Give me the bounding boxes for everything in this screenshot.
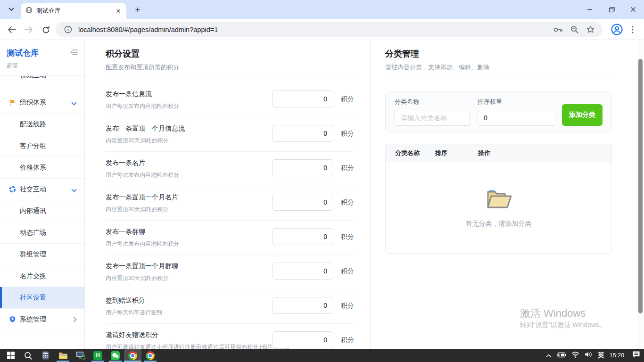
url-text[interactable]: localhost:8080/#/pages/admin/admin?appid… xyxy=(78,26,218,33)
clock[interactable]: 15:20 xyxy=(610,352,624,359)
points-row: 发布一条群聊用户每次发布内容消耗的积分积分 xyxy=(106,221,354,255)
sidebar-item-label: 动态广场 xyxy=(20,229,46,237)
window-restore-button[interactable] xyxy=(601,0,622,19)
category-table: 分类名称 排序 操作 暂无分类，请添加分类 xyxy=(385,144,612,254)
points-unit-label: 积分 xyxy=(341,336,354,345)
taskbar-search-icon[interactable] xyxy=(19,349,37,362)
sidebar-item-label: 价格体系 xyxy=(20,164,46,172)
user-role: 超管 xyxy=(7,62,78,70)
points-value-input[interactable] xyxy=(272,90,333,107)
points-title: 积分设置 xyxy=(106,48,354,59)
points-value-input[interactable] xyxy=(272,263,333,280)
wifi-icon[interactable] xyxy=(571,351,579,360)
ime-indicator[interactable]: 英 xyxy=(598,351,604,360)
points-unit-label: 积分 xyxy=(341,164,354,173)
sort-weight-input[interactable] xyxy=(478,110,555,126)
taskbar-file-explorer-icon[interactable] xyxy=(54,349,72,362)
sidebar-item-label: 客户分组 xyxy=(20,142,46,150)
site-info-icon[interactable] xyxy=(62,24,74,35)
taskbar-remote-desktop-icon[interactable] xyxy=(72,349,89,362)
chevron-down-icon xyxy=(71,100,76,105)
sidebar-item-customer-groups[interactable]: 客户分组 xyxy=(0,135,84,157)
sidebar-clipped-item[interactable]: 视频互动 xyxy=(0,76,84,92)
points-row: 发布一条置顶一个月信息流内容置顶30天消耗的积分积分 xyxy=(106,117,354,152)
sidebar-item-org-system[interactable]: 组织体系 xyxy=(0,92,84,114)
add-category-button[interactable]: 添加分类 xyxy=(562,104,603,126)
points-value-input[interactable] xyxy=(272,228,333,245)
forward-arrow-icon[interactable] xyxy=(23,24,35,36)
taskbar-wechat-icon[interactable] xyxy=(107,349,124,362)
points-unit-label: 积分 xyxy=(341,267,354,276)
taskbar-hbuilder-icon[interactable]: H xyxy=(89,349,107,362)
taskbar-calculator-icon[interactable] xyxy=(37,349,54,362)
browser-tab[interactable]: 测试仓库 ✕ xyxy=(21,3,126,19)
bookmark-star-icon[interactable] xyxy=(585,24,596,35)
sidebar-item-internal-messaging[interactable]: 内部通讯 xyxy=(0,200,84,222)
sidebar-item-social-interaction[interactable]: 社交互动 xyxy=(0,179,84,200)
windows-activation-hint: 转到“设置”以激活 Windows。 xyxy=(520,321,606,329)
sidebar-item-community-settings[interactable]: 社区设置 xyxy=(0,287,84,309)
tab-close-icon[interactable]: ✕ xyxy=(114,7,123,15)
tab-search-chevron-icon[interactable] xyxy=(5,4,18,15)
globe-favicon-icon xyxy=(25,7,33,16)
add-category-form: 分类名称 排序权重 添加分类 xyxy=(385,91,612,132)
battery-charging-icon[interactable] xyxy=(557,351,566,360)
col-category-name: 分类名称 xyxy=(395,149,435,157)
col-actions: 操作 xyxy=(478,149,611,157)
category-name-input[interactable] xyxy=(395,110,470,126)
open-folder-icon xyxy=(485,188,512,212)
windows-activation-watermark: 激活 Windows xyxy=(520,306,586,321)
window-minimize-button[interactable] xyxy=(579,0,601,19)
address-bar[interactable]: localhost:8080/#/pages/admin/admin?appid… xyxy=(56,22,603,37)
profile-avatar-icon[interactable] xyxy=(611,23,623,36)
col-sort: 排序 xyxy=(435,149,478,157)
sidebar-item-price-system[interactable]: 价格体系 xyxy=(0,157,84,179)
category-table-header: 分类名称 排序 操作 xyxy=(386,144,611,162)
points-value-input[interactable] xyxy=(272,331,333,348)
sidebar-item-label: 名片交换 xyxy=(20,272,46,280)
points-settings-panel: 积分设置 配置发布和置顶所需的积分 发布一条信息流用户每次发布内容消耗的积分积分… xyxy=(94,40,365,349)
tray-expand-chevron-icon[interactable] xyxy=(546,351,552,360)
sidebar-item-system-management[interactable]: 系统管理 xyxy=(0,309,84,330)
social-icon xyxy=(8,186,16,193)
shield-icon xyxy=(8,316,16,323)
points-unit-label: 积分 xyxy=(341,233,354,241)
points-row: 发布一条名片用户每次发布内容消耗的积分积分 xyxy=(106,152,354,186)
volume-icon[interactable] xyxy=(585,351,593,360)
points-subtitle: 配置发布和置顶所需的积分 xyxy=(106,63,354,72)
admin-page: 测试仓库 超管 视频互动 组织体系配送线路客户分组价格体系社交互动内部通讯动态广… xyxy=(0,40,644,349)
sidebar-menu: 组织体系配送线路客户分组价格体系社交互动内部通讯动态广场群组管理名片交换社区设置… xyxy=(0,92,84,330)
divider xyxy=(385,79,612,79)
points-unit-label: 积分 xyxy=(341,130,354,138)
sidebar-item-delivery-routes[interactable]: 配送线路 xyxy=(0,114,84,135)
sidebar-item-label: 组织体系 xyxy=(20,99,46,107)
screen: 测试仓库 ✕ + lo xyxy=(0,0,644,362)
sidebar-item-card-exchange[interactable]: 名片交换 xyxy=(0,265,84,287)
notification-icon[interactable] xyxy=(632,351,640,360)
sidebar-item-group-management[interactable]: 群组管理 xyxy=(0,244,84,265)
sidebar-item-feed-plaza[interactable]: 动态广场 xyxy=(0,222,84,244)
windows-start-button[interactable] xyxy=(2,349,19,362)
password-key-icon[interactable] xyxy=(553,24,564,35)
taskbar-chrome-icon[interactable] xyxy=(141,349,159,362)
sidebar-collapse-icon[interactable] xyxy=(70,49,78,58)
sidebar-item-label: 社交互动 xyxy=(20,185,46,194)
reload-icon[interactable] xyxy=(40,24,52,36)
new-tab-button[interactable]: + xyxy=(132,4,143,16)
scrollbar-thumb[interactable] xyxy=(638,59,643,313)
back-arrow-icon[interactable] xyxy=(6,24,18,36)
taskbar-chrome-active-icon[interactable] xyxy=(124,349,141,362)
flag-icon xyxy=(8,99,16,107)
menu-dots-icon[interactable] xyxy=(627,24,638,36)
chevron-down-icon xyxy=(71,187,76,192)
points-row: 发布一条置顶一个月群聊内容置顶30天消耗的积分积分 xyxy=(106,255,354,289)
points-row: 发布一条信息流用户每次发布内容消耗的积分积分 xyxy=(106,83,354,117)
window-close-button[interactable] xyxy=(622,0,644,19)
windows-taskbar: H 英 15:20 xyxy=(0,349,644,362)
points-value-input[interactable] xyxy=(272,125,333,142)
points-value-input[interactable] xyxy=(272,194,333,211)
page-scrollbar[interactable] xyxy=(637,40,644,349)
points-value-input[interactable] xyxy=(272,159,333,176)
zoom-out-icon[interactable] xyxy=(569,24,580,35)
points-value-input[interactable] xyxy=(272,297,333,314)
